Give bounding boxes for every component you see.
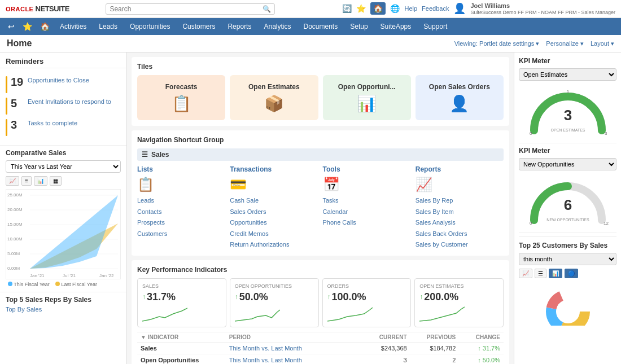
table-chart-btn[interactable]: ▦: [50, 176, 62, 186]
tile-opportunities[interactable]: Open Opportuni... 📊: [323, 75, 411, 120]
tools-icon: 📅: [323, 177, 411, 192]
top-customers-select[interactable]: this month last month this quarter: [519, 253, 616, 265]
reports-icon: 📈: [416, 177, 504, 192]
nav-documents[interactable]: Documents: [298, 20, 344, 33]
nav-activities[interactable]: Activities: [54, 20, 92, 33]
translation-icon[interactable]: 🌐: [390, 4, 400, 13]
left-panel: Reminders 19 Opportunities to Close 5 Ev…: [0, 52, 127, 364]
top-icons: 🔄 ⭐ 🏠 🌐 Help Feedback 👤 Joel Williams Su…: [342, 2, 615, 16]
link-tasks[interactable]: Tasks: [323, 196, 411, 206]
chart-type-icons: 📈 ≡ 📊 ▦: [6, 176, 121, 186]
back-icon[interactable]: ↩: [5, 20, 18, 33]
help-link[interactable]: Help: [404, 5, 417, 12]
tile-forecasts[interactable]: Forecasts 📋: [137, 75, 225, 120]
divider-2: [519, 233, 616, 233]
link-credit-memos[interactable]: Credit Memos: [230, 229, 318, 239]
layout-control[interactable]: Layout ▾: [591, 40, 614, 47]
reminder-label-3[interactable]: Tasks to complete: [28, 119, 77, 127]
svg-text:Jul '21: Jul '21: [63, 273, 76, 278]
line-view-btn[interactable]: 📈: [519, 269, 532, 278]
link-contacts[interactable]: Contacts: [137, 207, 225, 217]
kpi-section: Key Performance Indicators SALES ↑ 31.7%: [132, 260, 509, 364]
kpi-arrow-sales: ↑: [142, 293, 146, 301]
kpi-value-orders: 100.0%: [332, 291, 366, 303]
favorites-nav-icon[interactable]: ⭐: [19, 20, 36, 33]
kpi-meter-2-select[interactable]: New Opportunities Open Estimates: [519, 158, 616, 170]
nav-support[interactable]: Support: [418, 20, 453, 33]
pie-view-btn[interactable]: 🔵: [565, 269, 578, 278]
svg-text:0: 0: [530, 131, 532, 136]
kpi-meter-1-select[interactable]: Open Estimates New Opportunities: [519, 68, 616, 81]
nav-setup[interactable]: Setup: [344, 20, 373, 33]
nav-opportunities[interactable]: Opportunities: [124, 20, 176, 33]
bar-chart-btn[interactable]: ≡: [21, 176, 32, 186]
kpi-card-open-est: OPEN ESTIMATES ↑ 200.0%: [414, 278, 504, 327]
chart-view-icons: 📈 ☰ 📊 🔵: [519, 269, 616, 278]
kpi-th-change: CHANGE: [459, 332, 504, 342]
svg-point-29: [558, 301, 578, 322]
link-calendar[interactable]: Calendar: [323, 207, 411, 217]
kpi-th-period: PERIOD: [226, 332, 364, 342]
search-input[interactable]: [110, 5, 263, 13]
main-layout: Reminders 19 Opportunities to Close 5 Ev…: [0, 52, 621, 364]
nav-shortcuts-section: Navigation Shortcut Group ☰ Sales Lists …: [132, 130, 509, 256]
tile-opportunities-label: Open Opportuni...: [338, 83, 396, 91]
donut-chart: [531, 280, 605, 320]
nav-suiteapps[interactable]: SuiteApps: [375, 20, 417, 33]
comp-sales-period-select[interactable]: This Year vs Last Year: [6, 160, 121, 173]
feedback-link[interactable]: Feedback: [422, 5, 449, 12]
link-sales-by-rep[interactable]: Sales By Rep: [416, 196, 504, 206]
transactions-title: Transactions: [230, 165, 318, 173]
link-phone-calls[interactable]: Phone Calls: [323, 218, 411, 228]
area-chart-btn[interactable]: 📊: [34, 176, 47, 186]
link-prospects[interactable]: Prospects: [137, 218, 225, 228]
link-sales-orders[interactable]: Sales Orders: [230, 207, 318, 217]
link-cash-sale[interactable]: Cash Sale: [230, 196, 318, 206]
nav-analytics[interactable]: Analytics: [258, 20, 296, 33]
link-sales-by-customer[interactable]: Sales by Customer: [416, 240, 504, 250]
reminder-bar-1: [6, 76, 7, 93]
search-box[interactable]: 🔍: [106, 3, 275, 15]
home-nav-icon[interactable]: 🏠: [37, 20, 53, 33]
link-opportunities[interactable]: Opportunities: [230, 218, 318, 228]
kpi-mini-chart-orders: [327, 305, 406, 322]
kpi-meter-1-title: KPI Meter: [519, 57, 616, 65]
kpi-value-open-est: 200.0%: [424, 291, 458, 303]
legend-last-year: Last Fiscal Year: [55, 282, 97, 287]
link-sales-analysis[interactable]: Sales Analysis: [416, 218, 504, 228]
favorites-icon[interactable]: ⭐: [356, 4, 366, 13]
link-leads[interactable]: Leads: [137, 196, 225, 206]
kpi-row-sales-period[interactable]: This Month vs. Last Month: [226, 342, 364, 354]
nav-leads[interactable]: Leads: [93, 20, 123, 33]
bar-view-btn[interactable]: 📊: [549, 269, 562, 278]
home-icon[interactable]: 🏠: [370, 2, 386, 15]
link-customers[interactable]: Customers: [137, 229, 225, 239]
reminder-label-1[interactable]: Opportunities to Close: [28, 76, 89, 84]
kpi-arrow-open-est: ↑: [419, 293, 423, 301]
link-sales-by-item[interactable]: Sales By Item: [416, 207, 504, 217]
top-by-sales-link[interactable]: Top By Sales: [6, 306, 121, 313]
line-chart-btn[interactable]: 📈: [6, 176, 19, 186]
personalize-control[interactable]: Personalize ▾: [546, 40, 584, 47]
activity-icon[interactable]: 🔄: [342, 4, 352, 13]
kpi-row-opps-previous: 2: [410, 354, 460, 364]
tile-orders-label: Open Sales Orders: [429, 83, 490, 91]
reminder-number-3: 3: [11, 119, 24, 130]
link-return-auth[interactable]: Return Authorizations: [230, 240, 318, 250]
tile-estimates[interactable]: Open Estimates 📦: [230, 75, 318, 120]
kpi-row-sales-change: ↑ 31.7%: [459, 342, 504, 354]
link-sales-back-orders[interactable]: Sales Back Orders: [416, 229, 504, 239]
reminder-label-2[interactable]: Event Invitations to respond to: [28, 98, 111, 106]
kpi-row-opps-period[interactable]: This Month vs. Last Month: [226, 354, 364, 364]
nav-customers[interactable]: Customers: [177, 20, 221, 33]
kpi-label-open-est: OPEN ESTIMATES: [419, 283, 498, 289]
reminder-number-1: 19: [11, 76, 24, 87]
tile-orders[interactable]: Open Sales Orders 👤: [416, 75, 504, 120]
kpi-row-opps-current: 3: [364, 354, 410, 364]
sales-bar-label: Sales: [151, 151, 169, 159]
nav-reports[interactable]: Reports: [222, 20, 257, 33]
shortcut-grid: Lists 📋 Leads Contacts Prospects Custome…: [137, 165, 504, 250]
table-view-btn[interactable]: ☰: [535, 269, 546, 278]
tile-forecasts-icon: 📋: [172, 94, 191, 113]
viewing-control[interactable]: Viewing: Portlet date settings ▾: [454, 40, 540, 47]
